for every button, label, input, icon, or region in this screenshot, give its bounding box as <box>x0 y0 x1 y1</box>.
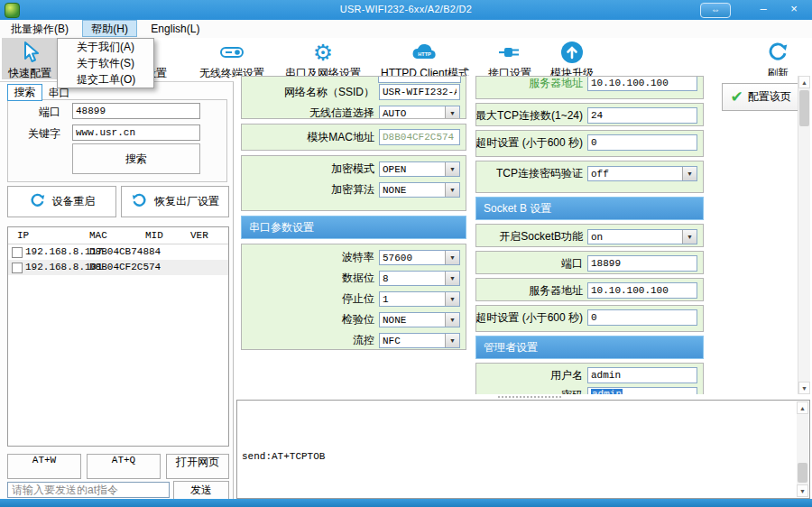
menu-item-about-software[interactable]: 关于软件(S) <box>58 55 153 71</box>
tcp-timeout-input[interactable] <box>587 134 697 151</box>
chevron-down-icon[interactable]: ▼ <box>445 334 459 347</box>
server-addr-input[interactable] <box>587 76 697 91</box>
socketb-enable-label: 开启SocketB功能 <box>499 229 583 244</box>
max-tcp-input[interactable] <box>587 107 697 124</box>
toolbar-interface-settings[interactable]: 接口设置 <box>480 38 540 79</box>
open-webpage-button[interactable]: 打开网页 <box>166 454 229 479</box>
ssid-label: 网络名称（SSID） <box>284 85 374 100</box>
keyword-input[interactable] <box>72 124 200 141</box>
search-button[interactable]: 搜索 <box>72 143 200 174</box>
menu-item-submit-ticket[interactable]: 提交工单(O) <box>58 71 153 88</box>
cloud-http-icon: HTTP <box>373 40 477 65</box>
socketb-server-input[interactable] <box>587 282 697 299</box>
col-mid: MID <box>145 230 163 241</box>
username-input[interactable] <box>587 367 697 383</box>
scrollbar-thumb[interactable] <box>798 463 807 483</box>
menu-help[interactable]: 帮助(H) <box>82 20 137 37</box>
at-command-input[interactable] <box>7 482 170 498</box>
scroll-up-arrow[interactable]: ▲ <box>797 401 808 414</box>
socketb-server-label: 服务器地址 <box>529 283 583 299</box>
refresh-icon <box>752 40 803 65</box>
row-checkbox[interactable] <box>12 247 23 258</box>
table-row[interactable]: 192.168.8.101 D8B04CF2C574 <box>8 260 228 275</box>
col-ip: IP <box>17 230 29 241</box>
channel-label: 无线信道选择 <box>309 106 374 120</box>
parity-select[interactable]: NONE ▼ <box>379 312 460 327</box>
encryption-mode-select[interactable]: OPEN ▼ <box>379 161 460 177</box>
send-button[interactable]: 发送 <box>173 481 229 501</box>
close-button[interactable]: × <box>781 0 807 20</box>
toolbar-httpd-client[interactable]: HTTP HTTPD Client模式 <box>373 38 477 79</box>
window-title: USR-WIFI232-6xx/A2/B2/D2 <box>0 4 812 14</box>
chevron-down-icon[interactable]: ▼ <box>445 313 459 327</box>
scroll-down-arrow[interactable]: ▼ <box>798 382 810 394</box>
ap-panel: 网络名称（SSID） 无线信道选择 AUTO ▼ <box>241 76 466 119</box>
row-checkbox[interactable] <box>12 263 23 273</box>
switch-window-button[interactable]: ⇔ <box>700 3 731 18</box>
log-scrollbar[interactable]: ▲ ▼ <box>797 401 808 497</box>
scrollbar-thumb[interactable] <box>799 90 809 126</box>
help-dropdown-menu: 关于我们(A) 关于软件(S) 提交工单(O) <box>57 38 154 88</box>
scroll-down-arrow[interactable]: ▼ <box>797 484 808 497</box>
device-table: IP MAC MID VER 192.168.8.117 D8B04CB7488… <box>7 226 229 447</box>
tcp-password-select[interactable]: off ▼ <box>587 166 697 181</box>
baud-rate-select[interactable]: 57600 ▼ <box>379 250 460 265</box>
at-w-button[interactable]: AT+W <box>7 454 81 479</box>
toolbar-refresh[interactable]: 刷新 <box>752 38 803 79</box>
chevron-down-icon[interactable]: ▼ <box>445 162 459 176</box>
chevron-down-icon[interactable]: ▼ <box>445 106 459 120</box>
factory-reset-button[interactable]: 恢复出厂设置 <box>121 186 229 217</box>
bottom-status-strip <box>0 499 812 507</box>
max-tcp-label: 最大TCP连接数(1~24) <box>475 108 583 124</box>
encryption-alg-select[interactable]: NONE ▼ <box>379 182 460 198</box>
at-q-button[interactable]: AT+Q <box>87 454 161 479</box>
ssid-input[interactable] <box>379 84 460 100</box>
socketb-timeout-input[interactable] <box>587 309 697 326</box>
chevron-down-icon[interactable]: ▼ <box>445 183 459 197</box>
server-addr-panel: 服务器地址 <box>475 76 704 99</box>
tcp-timeout-panel: TCP超时设置 (小于600 秒) <box>475 130 704 157</box>
reset-icon <box>131 192 148 212</box>
toolbar-quick-config[interactable]: 快速配置 <box>2 38 58 79</box>
toolbar-serial-network[interactable]: ⚙ 串口及网络设置 <box>276 38 370 79</box>
chevron-down-icon[interactable]: ▼ <box>682 167 697 180</box>
device-reboot-button[interactable]: 设备重启 <box>7 186 116 217</box>
flow-control-select[interactable]: NFC ▼ <box>379 333 460 348</box>
upload-arrow-icon <box>542 40 602 65</box>
configure-page-button[interactable]: ✔ 配置该页 <box>722 83 798 111</box>
toolbar-module-upgrade[interactable]: 模块升级 <box>542 38 602 79</box>
toolbar-wireless-sta[interactable]: 无线终端设置 <box>190 38 273 79</box>
channel-select[interactable]: AUTO ▼ <box>379 106 460 120</box>
encryption-alg-label: 加密算法 <box>331 182 374 198</box>
chevron-down-icon[interactable]: ▼ <box>445 292 459 306</box>
serial-panel: 波特率 57600 ▼ 数据位 8 ▼ 停止位 1 <box>241 244 466 350</box>
scroll-up-arrow[interactable]: ▲ <box>798 76 810 88</box>
log-line: send:AT+TCPTOB <box>242 446 793 467</box>
device-table-header: IP MAC MID VER <box>8 227 228 244</box>
stop-bits-select[interactable]: 1 ▼ <box>379 291 460 307</box>
chevron-down-icon[interactable]: ▼ <box>445 272 459 285</box>
admin-panel: 用户名 密码 admin <box>475 363 704 394</box>
search-groupbox: 端口 关键字 搜索 <box>7 99 227 182</box>
mac-label: 模块MAC地址 <box>307 130 374 145</box>
tab-search[interactable]: 搜索 <box>7 84 42 101</box>
socketb-enable-select[interactable]: on ▼ <box>587 229 697 244</box>
security-panel: 加密模式 OPEN ▼ 加密算法 NONE ▼ <box>241 155 466 211</box>
password-input[interactable]: admin <box>587 387 697 394</box>
minimize-button[interactable]: – <box>751 0 776 20</box>
col-ver: VER <box>190 230 208 241</box>
menu-item-about-us[interactable]: 关于我们(A) <box>58 39 153 55</box>
clipped-combobox[interactable] <box>378 77 461 83</box>
chevron-down-icon[interactable]: ▼ <box>445 251 459 264</box>
log-area[interactable]: send:AT+TCPTOB received:+ok=0 send:AT+WE… <box>236 400 810 499</box>
chevron-down-icon[interactable]: ▼ <box>682 230 697 244</box>
menu-english[interactable]: English(L) <box>142 21 208 38</box>
settings-scrollbar[interactable]: ▲ ▼ <box>798 76 810 394</box>
port-input[interactable] <box>72 103 200 119</box>
port-label: 端口 <box>39 105 60 120</box>
menu-batch-ops[interactable]: 批量操作(B) <box>2 20 78 37</box>
socketb-port-input[interactable] <box>587 255 697 272</box>
tcp-password-label: TCP连接密码验证 <box>496 166 583 181</box>
table-row[interactable]: 192.168.8.117 D8B04CB74884 <box>8 244 228 260</box>
data-bits-select[interactable]: 8 ▼ <box>379 271 460 286</box>
